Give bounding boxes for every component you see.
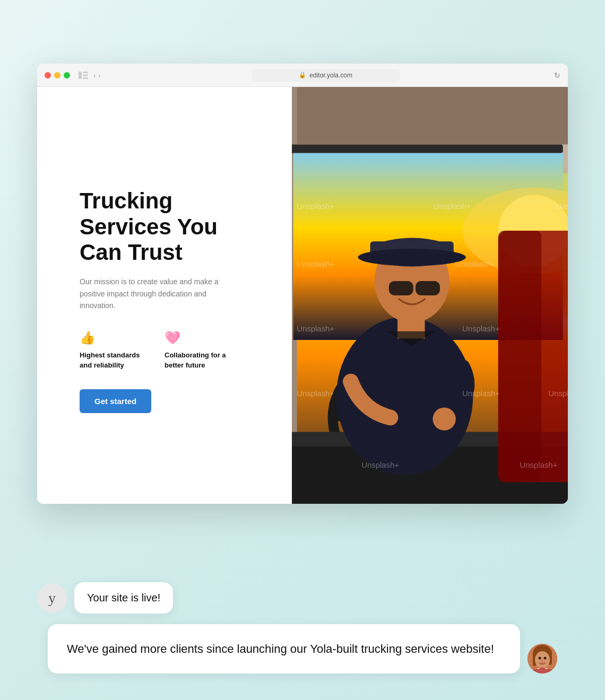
chat-text-1: Your site is live! xyxy=(87,592,160,603)
svg-text:Unsplash+: Unsplash+ xyxy=(462,325,500,333)
feature-1-label: Highest standards and reliability xyxy=(80,351,149,370)
chat-message-2: We've gained more clients since launchin… xyxy=(37,624,568,673)
svg-point-56 xyxy=(541,660,543,662)
chat-bubble-1: Your site is live! xyxy=(74,582,173,614)
chat-message-1: y Your site is live! xyxy=(37,582,568,614)
svg-rect-0 xyxy=(79,72,82,79)
svg-point-55 xyxy=(540,662,545,665)
lock-icon: 🔒 xyxy=(299,72,306,78)
svg-text:Unsplash+: Unsplash+ xyxy=(455,260,492,268)
browser-content: Trucking Services You Can Trust Our miss… xyxy=(37,87,568,504)
svg-rect-26 xyxy=(389,281,413,295)
chat-bubble-2: We've gained more clients since launchin… xyxy=(48,624,520,673)
svg-rect-9 xyxy=(292,144,563,153)
user-avatar xyxy=(528,644,557,673)
hero-image: Unsplash+ Unsplash+ Unsplash+ Unsplash+ … xyxy=(292,87,568,504)
browser-window: ‹ › 🔒 editor.yola.com ↻ Trucking Service… xyxy=(37,64,568,504)
svg-rect-1 xyxy=(83,72,88,73)
nav-arrows[interactable]: ‹ › xyxy=(93,71,100,80)
svg-point-52 xyxy=(535,651,550,668)
svg-text:Unsplash+: Unsplash+ xyxy=(549,389,568,398)
hero-subtitle: Our mission is to create value and make … xyxy=(80,276,223,311)
svg-point-29 xyxy=(433,407,455,430)
feature-2: 🩷 Collaborating for a better future xyxy=(165,330,234,370)
svg-point-53 xyxy=(539,657,541,660)
svg-text:Unsplash+: Unsplash+ xyxy=(297,260,334,268)
svg-rect-27 xyxy=(416,281,440,295)
heart-icon: 🩷 xyxy=(165,330,234,345)
svg-point-25 xyxy=(358,249,465,266)
minimize-button[interactable] xyxy=(54,72,60,78)
svg-text:Unsplash+: Unsplash+ xyxy=(556,202,568,211)
svg-rect-7 xyxy=(292,87,568,144)
feature-2-label: Collaborating for a better future xyxy=(165,351,234,370)
feature-1: 👍 Highest standards and reliability xyxy=(80,330,149,370)
svg-text:Unsplash+: Unsplash+ xyxy=(462,389,500,398)
svg-text:Unsplash+: Unsplash+ xyxy=(520,461,557,469)
hero-left: Trucking Services You Can Trust Our miss… xyxy=(37,87,292,504)
get-started-button[interactable]: Get started xyxy=(80,389,151,413)
url-text: editor.yola.com xyxy=(309,72,352,79)
address-bar-container: 🔒 editor.yola.com xyxy=(106,69,546,82)
chat-area: y Your site is live! We've gained more c… xyxy=(37,582,568,673)
svg-rect-3 xyxy=(83,77,88,79)
refresh-button[interactable]: ↻ xyxy=(554,71,560,80)
hero-title: Trucking Services You Can Trust xyxy=(80,188,265,265)
svg-text:Unsplash+: Unsplash+ xyxy=(361,461,399,469)
traffic-lights xyxy=(45,72,70,78)
features-row: 👍 Highest standards and reliability 🩷 Co… xyxy=(80,330,265,370)
svg-text:Unsplash+: Unsplash+ xyxy=(297,202,334,211)
chat-text-2: We've gained more clients since launchin… xyxy=(67,642,494,655)
svg-text:Unsplash+: Unsplash+ xyxy=(297,325,334,333)
close-button[interactable] xyxy=(45,72,51,78)
thumbs-up-icon: 👍 xyxy=(80,330,149,345)
maximize-button[interactable] xyxy=(64,72,70,78)
svg-point-54 xyxy=(544,657,547,660)
address-bar[interactable]: 🔒 editor.yola.com xyxy=(252,69,400,82)
svg-rect-32 xyxy=(498,231,541,482)
svg-text:Unsplash+: Unsplash+ xyxy=(434,202,471,211)
sidebar-toggle[interactable] xyxy=(79,72,88,79)
forward-arrow[interactable]: › xyxy=(98,71,101,80)
back-arrow[interactable]: ‹ xyxy=(93,71,96,80)
yola-logo-letter: y xyxy=(48,590,56,607)
svg-text:Unsplash+: Unsplash+ xyxy=(297,389,334,398)
yola-logo-avatar: y xyxy=(37,583,67,613)
hero-right: Unsplash+ Unsplash+ Unsplash+ Unsplash+ … xyxy=(292,87,568,504)
browser-titlebar: ‹ › 🔒 editor.yola.com ↻ xyxy=(37,64,568,87)
svg-rect-2 xyxy=(83,74,88,76)
